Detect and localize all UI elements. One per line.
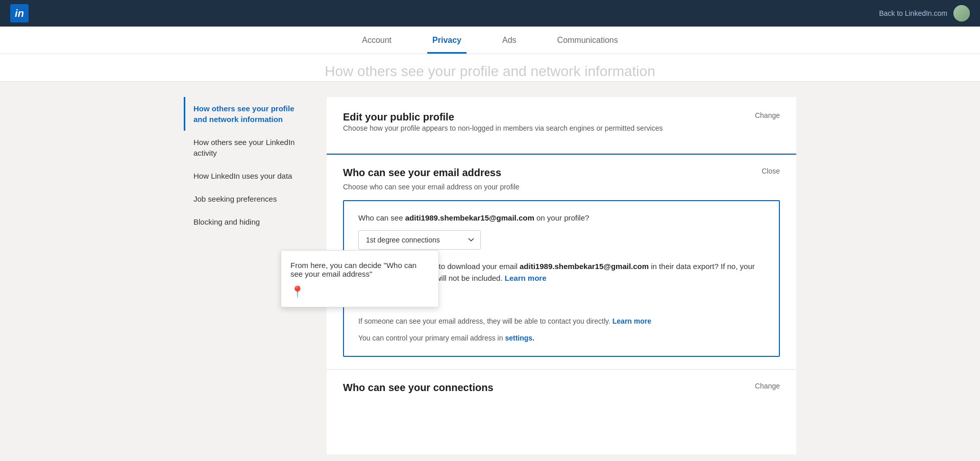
tabbar: Account Privacy Ads Communications — [0, 27, 980, 54]
connections-change-btn[interactable]: Change — [755, 382, 780, 390]
sidebar-item-job-seeking[interactable]: Job seeking preferences — [184, 187, 316, 210]
logo-text: in — [15, 8, 24, 19]
topbar: in Back to LinkedIn.com — [0, 0, 980, 27]
sidebar-item-blocking[interactable]: Blocking and hiding — [184, 210, 316, 233]
topbar-right: Back to LinkedIn.com — [879, 5, 970, 21]
public-profile-desc: Choose how your profile appears to non-l… — [343, 123, 663, 134]
section-watermark: How others see your profile and network … — [0, 54, 980, 82]
email-section-desc: Choose who can see your email address on… — [343, 183, 780, 191]
public-profile-title-wrap: Edit your public profile Choose how your… — [343, 111, 663, 134]
tab-communications[interactable]: Communications — [552, 27, 623, 54]
email-section-title: Who can see your email address — [343, 167, 501, 179]
public-profile-title: Edit your public profile — [343, 111, 663, 123]
settings-link[interactable]: settings. — [505, 334, 534, 342]
dropdown-wrap: Only you 1st degree connections 2nd degr… — [358, 230, 765, 250]
public-profile-section: Edit your public profile Choose how your… — [327, 97, 796, 154]
tab-ads[interactable]: Ads — [497, 27, 522, 54]
sidebar: How others see your profile and network … — [184, 97, 327, 454]
main-layout: How others see your profile and network … — [184, 82, 796, 461]
sidebar-item-linkedin-data[interactable]: How LinkedIn uses your data — [184, 164, 316, 187]
email-address-bold: aditi1989.shembekar15@gmail.com — [405, 213, 534, 222]
linkedin-logo[interactable]: in — [10, 4, 29, 22]
tooltip-text: From here, you can decide "Who can see y… — [290, 261, 429, 278]
public-profile-header: Edit your public profile Choose how your… — [343, 111, 780, 134]
allow-email: aditi1989.shembekar15@gmail.com — [520, 262, 649, 271]
question-prefix: Who can see — [358, 213, 405, 222]
back-to-linkedin-label[interactable]: Back to LinkedIn.com — [879, 9, 947, 17]
tooltip-popup: From here, you can decide "Who can see y… — [281, 250, 439, 307]
sidebar-item-profile-network[interactable]: How others see your profile and network … — [184, 97, 316, 131]
connections-dropdown[interactable]: Only you 1st degree connections 2nd degr… — [358, 230, 481, 250]
learn-more-2-link[interactable]: Learn more — [612, 317, 651, 325]
avatar-image — [953, 5, 970, 21]
tab-account[interactable]: Account — [357, 27, 397, 54]
connections-header: Who can see your connections Change — [343, 382, 780, 394]
tab-privacy[interactable]: Privacy — [427, 27, 467, 54]
sidebar-item-linkedin-activity[interactable]: How others see your LinkedIn activity — [184, 131, 316, 164]
contact-info: If someone can see your email address, t… — [358, 316, 765, 327]
email-card-question: Who can see aditi1989.shembekar15@gmail.… — [358, 213, 765, 222]
email-section-header: Who can see your email address Close — [343, 167, 780, 179]
connections-section: Who can see your connections Change — [327, 370, 796, 406]
contact-text: If someone can see your email address, t… — [358, 317, 610, 325]
learn-more-1-link[interactable]: Learn more — [505, 274, 547, 282]
connections-title: Who can see your connections — [343, 382, 494, 394]
avatar[interactable] — [953, 5, 970, 21]
pin-icon: 📍 — [290, 285, 429, 299]
public-profile-change-btn[interactable]: Change — [755, 111, 780, 119]
email-section-close-btn[interactable]: Close — [762, 167, 780, 175]
question-suffix: on your profile? — [534, 213, 590, 222]
settings-text: You can control your primary email addre… — [358, 333, 765, 344]
settings-prefix: You can control your primary email addre… — [358, 334, 505, 342]
